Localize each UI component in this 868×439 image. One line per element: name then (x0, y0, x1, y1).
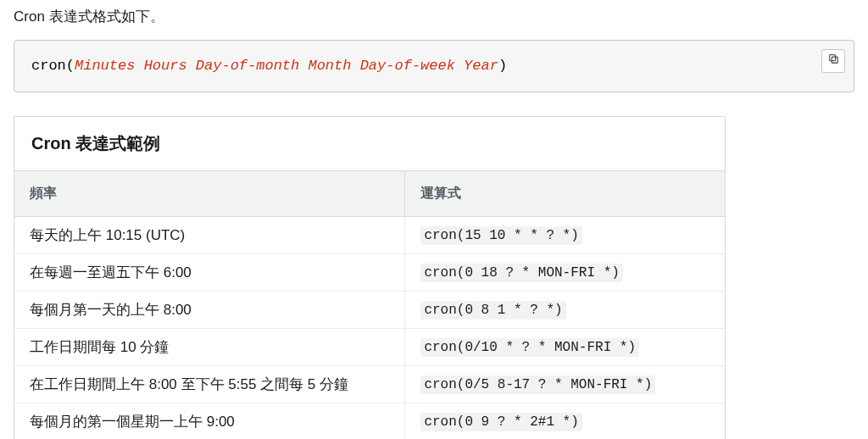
svg-rect-0 (830, 55, 836, 61)
table-row: 在每週一至週五下午 6:00cron(0 18 ? * MON-FRI *) (14, 253, 725, 291)
table-row: 每個月第一天的上午 8:00cron(0 8 1 * ? *) (14, 291, 725, 328)
cron-expression-code: cron(0/10 * ? * MON-FRI *) (420, 338, 639, 357)
copy-button[interactable] (821, 49, 845, 73)
cell-frequency: 在每週一至週五下午 6:00 (14, 253, 405, 291)
table-title: Cron 表達式範例 (14, 117, 725, 171)
cell-expression: cron(15 10 * * ? *) (405, 216, 725, 253)
cell-frequency: 每個月的第一個星期一上午 9:00 (14, 403, 405, 439)
table-row: 每個月的第一個星期一上午 9:00cron(0 9 ? * 2#1 *) (14, 403, 725, 439)
cell-frequency: 每個月第一天的上午 8:00 (14, 291, 405, 328)
code-prefix: cron( (31, 58, 75, 74)
cell-expression: cron(0/10 * ? * MON-FRI *) (405, 328, 725, 365)
cell-expression: cron(0 9 ? * 2#1 *) (405, 403, 725, 439)
cron-examples-table-container: Cron 表達式範例 頻率 運算式 每天的上午 10:15 (UTC)cron(… (14, 116, 726, 439)
code-replaceable: Minutes Hours Day-of-month Month Day-of-… (75, 58, 498, 74)
cron-expression-code: cron(0 18 ? * MON-FRI *) (420, 264, 622, 282)
cell-expression: cron(0 8 1 * ? *) (405, 291, 725, 328)
table-row: 每天的上午 10:15 (UTC)cron(15 10 * * ? *) (14, 216, 725, 253)
column-header-expression: 運算式 (405, 171, 725, 217)
cell-expression: cron(0 18 ? * MON-FRI *) (405, 253, 725, 291)
cron-syntax-codeblock: cron(Minutes Hours Day-of-month Month Da… (14, 40, 854, 92)
cell-expression: cron(0/5 8-17 ? * MON-FRI *) (405, 365, 725, 403)
cell-frequency: 在工作日期間上午 8:00 至下午 5:55 之間每 5 分鐘 (14, 365, 405, 403)
svg-rect-1 (832, 57, 837, 63)
copy-icon (827, 51, 839, 71)
cron-expression-code: cron(15 10 * * ? *) (420, 226, 581, 245)
cell-frequency: 每天的上午 10:15 (UTC) (14, 216, 405, 253)
cron-expression-code: cron(0 8 1 * ? *) (420, 301, 565, 320)
intro-text: Cron 表達式格式如下。 (14, 7, 854, 26)
table-row: 工作日期間每 10 分鐘cron(0/10 * ? * MON-FRI *) (14, 328, 725, 365)
cron-examples-table: 頻率 運算式 每天的上午 10:15 (UTC)cron(15 10 * * ?… (14, 171, 725, 439)
code-suffix: ) (498, 58, 507, 74)
table-row: 在工作日期間上午 8:00 至下午 5:55 之間每 5 分鐘cron(0/5 … (14, 365, 725, 403)
cron-expression-code: cron(0/5 8-17 ? * MON-FRI *) (420, 375, 655, 394)
column-header-frequency: 頻率 (14, 171, 405, 217)
cron-expression-code: cron(0 9 ? * 2#1 *) (420, 413, 581, 431)
cell-frequency: 工作日期間每 10 分鐘 (14, 328, 405, 365)
